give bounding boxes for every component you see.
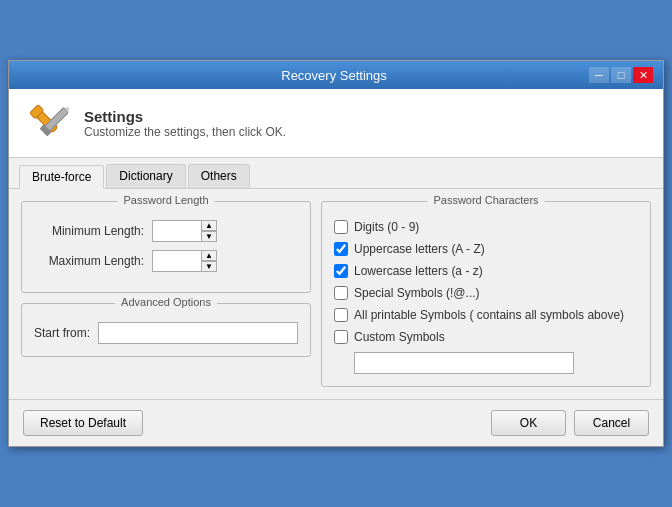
custom-row: Custom Symbols bbox=[334, 330, 638, 344]
max-length-label: Maximum Length: bbox=[34, 254, 144, 268]
header-subtitle: Customize the settings, then click OK. bbox=[84, 125, 286, 139]
min-length-input[interactable]: 1 bbox=[152, 220, 202, 242]
special-checkbox[interactable] bbox=[334, 286, 348, 300]
custom-checkbox[interactable] bbox=[334, 330, 348, 344]
start-from-input[interactable] bbox=[98, 322, 298, 344]
allprintable-row: All printable Symbols ( contains all sym… bbox=[334, 308, 638, 322]
minimize-button[interactable]: ─ bbox=[589, 67, 609, 83]
password-length-content: Minimum Length: 1 ▲ ▼ Maximum Length: bbox=[34, 220, 298, 272]
header: Settings Customize the settings, then cl… bbox=[9, 89, 663, 158]
tab-bruteforce[interactable]: Brute-force bbox=[19, 165, 104, 189]
min-length-down[interactable]: ▼ bbox=[201, 231, 217, 242]
settings-icon bbox=[24, 99, 72, 147]
footer: Reset to Default OK Cancel bbox=[9, 399, 663, 446]
left-panel: Password Length Minimum Length: 1 ▲ ▼ bbox=[21, 201, 311, 387]
advanced-options-content: Start from: bbox=[34, 322, 298, 344]
right-panel: Password Characters Digits (0 - 9) Upper… bbox=[321, 201, 651, 387]
ok-button[interactable]: OK bbox=[491, 410, 566, 436]
header-text: Settings Customize the settings, then cl… bbox=[84, 108, 286, 139]
start-from-row: Start from: bbox=[34, 322, 298, 344]
special-label[interactable]: Special Symbols (!@...) bbox=[354, 286, 480, 300]
advanced-options-title: Advanced Options bbox=[115, 296, 217, 308]
special-row: Special Symbols (!@...) bbox=[334, 286, 638, 300]
custom-symbols-input-row: softpedia bbox=[354, 352, 638, 374]
digits-row: Digits (0 - 9) bbox=[334, 220, 638, 234]
custom-label[interactable]: Custom Symbols bbox=[354, 330, 445, 344]
advanced-options-group: Advanced Options Start from: bbox=[21, 303, 311, 357]
password-length-group: Password Length Minimum Length: 1 ▲ ▼ bbox=[21, 201, 311, 293]
main-window: Recovery Settings ─ □ ✕ bbox=[8, 60, 664, 447]
cancel-button[interactable]: Cancel bbox=[574, 410, 649, 436]
password-chars-group: Password Characters Digits (0 - 9) Upper… bbox=[321, 201, 651, 387]
tab-dictionary[interactable]: Dictionary bbox=[106, 164, 185, 188]
password-length-title: Password Length bbox=[118, 194, 215, 206]
titlebar-buttons: ─ □ ✕ bbox=[589, 67, 653, 83]
uppercase-label[interactable]: Uppercase letters (A - Z) bbox=[354, 242, 485, 256]
max-length-down[interactable]: ▼ bbox=[201, 261, 217, 272]
min-length-up[interactable]: ▲ bbox=[201, 220, 217, 231]
min-length-spinbtns: ▲ ▼ bbox=[201, 220, 217, 242]
custom-symbols-input[interactable]: softpedia bbox=[354, 352, 574, 374]
titlebar: Recovery Settings ─ □ ✕ bbox=[9, 61, 663, 89]
tab-others[interactable]: Others bbox=[188, 164, 250, 188]
tab-bar: Brute-force Dictionary Others bbox=[9, 158, 663, 189]
max-length-row: Maximum Length: 25 ▲ ▼ bbox=[34, 250, 298, 272]
max-length-input[interactable]: 25 bbox=[152, 250, 202, 272]
reset-button[interactable]: Reset to Default bbox=[23, 410, 143, 436]
lowercase-row: Lowercase letters (a - z) bbox=[334, 264, 638, 278]
max-length-spinbtns: ▲ ▼ bbox=[201, 250, 217, 272]
start-from-label: Start from: bbox=[34, 326, 90, 340]
maximize-button[interactable]: □ bbox=[611, 67, 631, 83]
uppercase-checkbox[interactable] bbox=[334, 242, 348, 256]
close-button[interactable]: ✕ bbox=[633, 67, 653, 83]
digits-label[interactable]: Digits (0 - 9) bbox=[354, 220, 419, 234]
main-content: Password Length Minimum Length: 1 ▲ ▼ bbox=[9, 189, 663, 399]
min-length-spinner: 1 ▲ ▼ bbox=[152, 220, 217, 242]
lowercase-checkbox[interactable] bbox=[334, 264, 348, 278]
min-length-row: Minimum Length: 1 ▲ ▼ bbox=[34, 220, 298, 242]
password-chars-content: Digits (0 - 9) Uppercase letters (A - Z)… bbox=[334, 220, 638, 374]
lowercase-label[interactable]: Lowercase letters (a - z) bbox=[354, 264, 483, 278]
footer-right: OK Cancel bbox=[491, 410, 649, 436]
header-title: Settings bbox=[84, 108, 286, 125]
allprintable-checkbox[interactable] bbox=[334, 308, 348, 322]
max-length-up[interactable]: ▲ bbox=[201, 250, 217, 261]
password-chars-title: Password Characters bbox=[427, 194, 544, 206]
window-title: Recovery Settings bbox=[79, 68, 589, 83]
min-length-label: Minimum Length: bbox=[34, 224, 144, 238]
digits-checkbox[interactable] bbox=[334, 220, 348, 234]
uppercase-row: Uppercase letters (A - Z) bbox=[334, 242, 638, 256]
allprintable-label[interactable]: All printable Symbols ( contains all sym… bbox=[354, 308, 624, 322]
max-length-spinner: 25 ▲ ▼ bbox=[152, 250, 217, 272]
